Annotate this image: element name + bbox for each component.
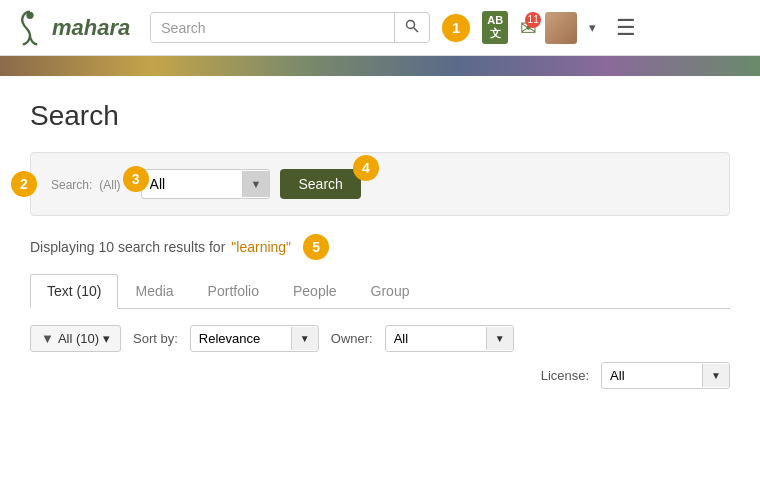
filter-icon: ▼ (41, 331, 54, 346)
logo-text: mahara (52, 15, 130, 41)
search-panel: 2 Search: (All) 3 All Text Media Portfol… (30, 152, 730, 216)
svg-point-0 (26, 11, 33, 18)
hamburger-menu-button[interactable]: ☰ (612, 11, 640, 45)
search-label-sub: (All) (99, 178, 120, 192)
tabs: Text (10) Media Portfolio People Group (30, 274, 730, 309)
badge-1-wrapper: 1 (442, 14, 470, 42)
annotation-4-wrapper: Search 4 (280, 169, 360, 199)
tab-group[interactable]: Group (354, 274, 427, 308)
header-search-bar[interactable] (150, 12, 430, 43)
header-actions: 1 AB文 ✉ 11 ▾ ☰ (442, 7, 640, 48)
logo[interactable]: mahara (12, 8, 130, 48)
translate-button[interactable]: AB文 (478, 7, 512, 48)
annotation-5: 5 (303, 234, 329, 260)
results-info: Displaying 10 search results for "learni… (30, 234, 730, 260)
annotation-4: 4 (353, 155, 379, 181)
badge-1: 1 (442, 14, 470, 42)
search-type-dropdown[interactable]: All Text Media Portfolio People Group ▼ (141, 169, 271, 199)
filter-all-label: All (10) (58, 331, 99, 346)
owner-dropdown-arrow[interactable]: ▼ (486, 327, 513, 350)
tab-people[interactable]: People (276, 274, 354, 308)
avatar[interactable] (545, 12, 577, 44)
header-search-input[interactable] (151, 14, 394, 42)
search-type-select[interactable]: All Text Media Portfolio People Group (142, 170, 242, 198)
license-label: License: (541, 368, 589, 383)
license-dropdown-arrow[interactable]: ▼ (702, 364, 729, 387)
sort-label: Sort by: (133, 331, 178, 346)
svg-line-2 (414, 28, 419, 33)
results-query: "learning" (231, 239, 291, 255)
owner-dropdown[interactable]: All ▼ (385, 325, 514, 352)
translate-icon: AB文 (482, 11, 508, 44)
notification-badge: 11 (525, 12, 541, 28)
results-text: Displaying 10 search results for (30, 239, 225, 255)
main-content: Search 2 Search: (All) 3 All Text Media … (0, 76, 760, 409)
owner-select[interactable]: All (386, 326, 486, 351)
tab-media[interactable]: Media (118, 274, 190, 308)
filter-row-1: ▼ All (10) ▾ Sort by: Relevance Date Tit… (30, 325, 730, 352)
page-title: Search (30, 100, 730, 132)
sort-select[interactable]: Relevance Date Title (191, 326, 291, 351)
annotation-3: 3 (123, 166, 149, 192)
tab-text[interactable]: Text (10) (30, 274, 118, 309)
sort-dropdown-arrow[interactable]: ▼ (291, 327, 318, 350)
sort-dropdown[interactable]: Relevance Date Title ▼ (190, 325, 319, 352)
banner (0, 56, 760, 76)
filter-all-arrow: ▾ (103, 331, 110, 346)
svg-point-1 (407, 21, 415, 29)
license-select[interactable]: All (602, 363, 702, 388)
search-label: Search: (All) (51, 176, 121, 192)
filter-all-button[interactable]: ▼ All (10) ▾ (30, 325, 121, 352)
tab-portfolio[interactable]: Portfolio (191, 274, 276, 308)
license-dropdown[interactable]: All ▼ (601, 362, 730, 389)
search-type-dropdown-arrow[interactable]: ▼ (242, 171, 270, 197)
search-button[interactable]: Search (280, 169, 360, 199)
header-search-button[interactable] (394, 13, 429, 42)
notification-wrap[interactable]: ✉ 11 (520, 16, 537, 40)
avatar-dropdown-button[interactable]: ▾ (585, 16, 600, 39)
header: mahara 1 AB文 ✉ 11 ▾ ☰ (0, 0, 760, 56)
annotation-2: 2 (11, 171, 37, 197)
owner-label: Owner: (331, 331, 373, 346)
filter-row-2: License: All ▼ (30, 362, 730, 389)
